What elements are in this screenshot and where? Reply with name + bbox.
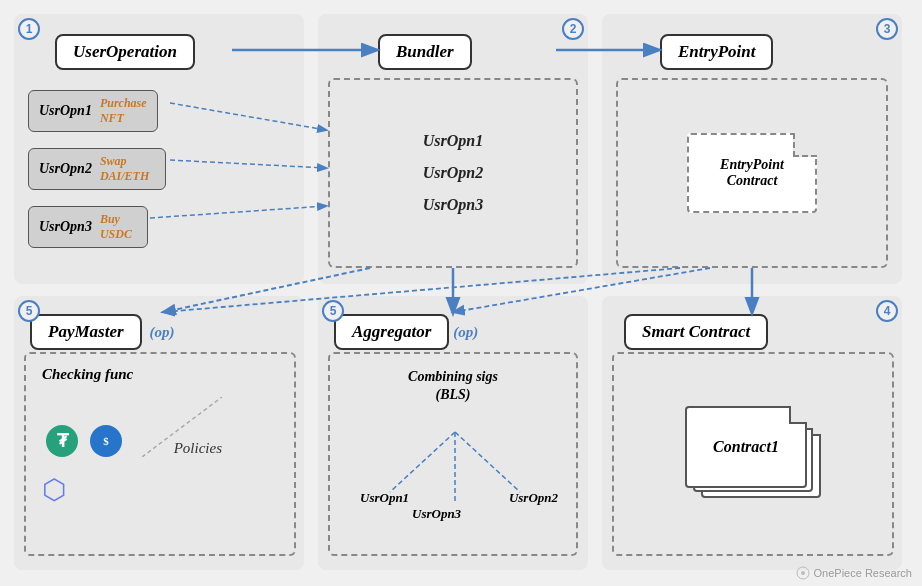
- checking-func-label: Checking func: [42, 366, 278, 383]
- policies-label: Policies: [174, 440, 222, 457]
- watermark: OnePiece Research: [796, 566, 912, 580]
- circle-5a: 5: [18, 300, 40, 322]
- circle-3: 3: [876, 18, 898, 40]
- contract1-label: Contract1: [713, 438, 779, 456]
- agg-usropn3: UsrOpn3: [412, 506, 461, 522]
- aggregator-op: (op): [453, 324, 478, 341]
- entrypoint-contract-label: EntryPointContract: [720, 157, 784, 189]
- diagram-container: 1 2 3 5 5 4 UserOperation Bundler EntryP…: [0, 0, 922, 586]
- paymaster-header: PayMaster: [30, 314, 142, 350]
- bundler-usropn1: UsrOpn1: [423, 132, 483, 150]
- watermark-text: OnePiece Research: [814, 567, 912, 579]
- usropn3-item: UsrOpn3 Buy USDC: [28, 206, 148, 248]
- smart-contract-dashed-box: Contract1: [612, 352, 894, 556]
- bundler-dashed-box: UsrOpn1 UsrOpn2 UsrOpn3: [328, 78, 578, 268]
- bundler-header: Bundler: [378, 34, 472, 70]
- circle-1: 1: [18, 18, 40, 40]
- svg-point-15: [801, 571, 805, 575]
- usropn1-id: UsrOpn1: [39, 103, 92, 119]
- entrypoint-contract-box: EntryPointContract: [687, 133, 817, 213]
- usdc-icon: $: [90, 425, 122, 457]
- bundler-usropn3: UsrOpn3: [423, 196, 483, 214]
- aggregator-dashed-box: Combining sigs(BLS) UsrOpn1 UsrOpn2 UsrO…: [328, 352, 578, 556]
- circle-4: 4: [876, 300, 898, 322]
- agg-usropn2: UsrOpn2: [509, 490, 558, 506]
- paymaster-dashed-box: Checking func ₮ $ Policies ⬡: [24, 352, 296, 556]
- aggregator-header: Aggregator: [334, 314, 449, 350]
- svg-line-1: [390, 432, 455, 492]
- circle-2: 2: [562, 18, 584, 40]
- bundler-usropn2: UsrOpn2: [423, 164, 483, 182]
- usropn2-label: Swap DAI/ETH: [100, 154, 155, 184]
- contract-page-1: Contract1: [685, 406, 807, 488]
- smart-contract-header: Smart Contract: [624, 314, 768, 350]
- usropn2-item: UsrOpn2 Swap DAI/ETH: [28, 148, 166, 190]
- usropn3-label: Buy USDC: [100, 212, 137, 242]
- useroperation-header: UserOperation: [55, 34, 195, 70]
- paymaster-header-container: PayMaster (op): [30, 314, 175, 350]
- usropn3-id: UsrOpn3: [39, 219, 92, 235]
- agg-usropn1: UsrOpn1: [360, 490, 409, 506]
- usropn1-label: Purchase NFT: [100, 96, 147, 126]
- circle-5b: 5: [322, 300, 344, 322]
- usropn2-id: UsrOpn2: [39, 161, 92, 177]
- combining-sigs-label: Combining sigs(BLS): [340, 368, 566, 404]
- tether-icon: ₮: [46, 425, 78, 457]
- aggregator-header-container: Aggregator (op): [334, 314, 478, 350]
- usropn1-item: UsrOpn1 Purchase NFT: [28, 90, 158, 132]
- entrypoint-dashed-box: EntryPointContract: [616, 78, 888, 268]
- eth-icon: ⬡: [42, 474, 66, 505]
- entrypoint-header: EntryPoint: [660, 34, 773, 70]
- svg-line-2: [455, 432, 520, 492]
- paymaster-op: (op): [150, 324, 175, 341]
